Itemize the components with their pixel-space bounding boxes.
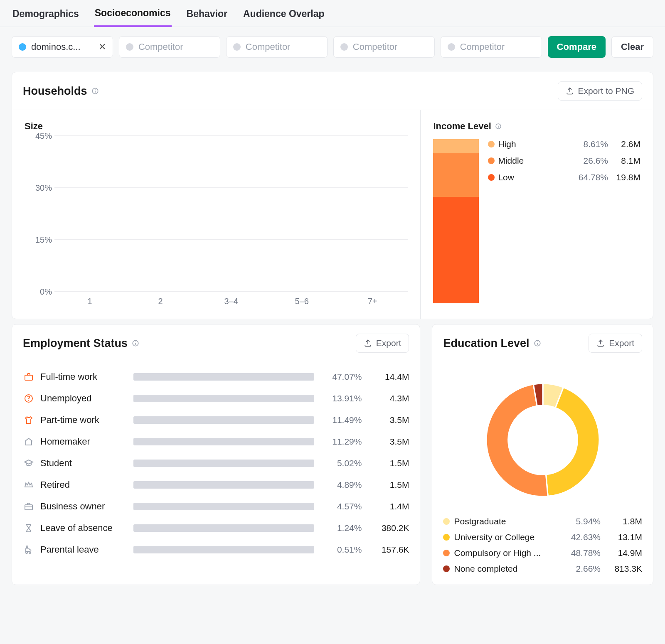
svg-point-11: [28, 400, 29, 401]
chip-color-dot: [19, 43, 26, 51]
employment-bar[interactable]: [133, 503, 314, 510]
x-tick: 3–4: [196, 297, 266, 306]
employment-pct: 5.02%: [320, 458, 362, 468]
employment-bar[interactable]: [133, 438, 314, 445]
chip-color-dot: [340, 43, 348, 51]
employment-name: Parental leave: [40, 544, 128, 555]
competitor-chip-placeholder[interactable]: Competitor: [333, 36, 435, 58]
employment-bar[interactable]: [133, 524, 314, 532]
export-png-button[interactable]: Export to PNG: [558, 81, 642, 101]
income-segment-low[interactable]: [433, 197, 479, 303]
competitor-chip-primary[interactable]: dominos.c... ✕: [12, 36, 113, 58]
svg-point-14: [26, 552, 27, 553]
info-icon[interactable]: [91, 87, 99, 95]
tab-demographics[interactable]: Demographics: [12, 7, 80, 27]
legend-val: 813.3K: [605, 564, 642, 574]
svg-rect-9: [25, 375, 32, 380]
education-title: Education Level: [443, 337, 541, 350]
compare-button[interactable]: Compare: [548, 36, 606, 58]
legend-val: 19.8M: [611, 172, 640, 182]
x-tick: 7+: [337, 297, 408, 306]
employment-val: 1.5M: [367, 480, 409, 490]
households-title: Households: [23, 85, 99, 98]
legend-name: University or College: [454, 532, 555, 542]
employment-val: 157.6K: [367, 545, 409, 555]
income-legend: High 8.61% 2.6M Middle 26.6% 8.1M Low 64…: [488, 139, 640, 303]
export-button[interactable]: Export: [356, 334, 409, 353]
tab-audience-overlap[interactable]: Audience Overlap: [242, 7, 325, 27]
baby-icon: [23, 544, 34, 556]
chip-placeholder-label: Competitor: [138, 42, 183, 52]
income-title-text: Income Level: [433, 121, 491, 132]
export-label: Export: [609, 338, 634, 348]
employment-pct: 4.89%: [320, 480, 362, 490]
legend-row: Compulsory or High ... 48.78% 14.9M: [443, 548, 642, 558]
tshirt-icon: [23, 414, 34, 426]
chip-label: dominos.c...: [31, 42, 81, 52]
income-stacked-bar[interactable]: [433, 139, 479, 303]
close-icon[interactable]: ✕: [99, 42, 106, 52]
employment-panel: Employment Status Export Full-time work …: [12, 324, 420, 585]
households-panel: Households Export to PNG Size 0%15%30%45…: [12, 72, 653, 319]
tab-socioeconomics[interactable]: Socioeconomics: [94, 7, 172, 27]
education-panel: Education Level Export Postgraduate 5.94…: [432, 324, 653, 585]
employment-row: Unemployed 13.91% 4.3M: [23, 388, 409, 409]
legend-row: Middle 26.6% 8.1M: [488, 156, 640, 166]
legend-val: 8.1M: [611, 156, 640, 166]
employment-row: Business owner 4.57% 1.4M: [23, 496, 409, 517]
employment-name: Homemaker: [40, 436, 128, 447]
legend-name: Low: [498, 172, 567, 182]
competitor-chip-placeholder[interactable]: Competitor: [441, 36, 542, 58]
info-icon[interactable]: [495, 123, 502, 130]
y-tick: 30%: [35, 183, 52, 193]
info-icon[interactable]: [534, 339, 541, 347]
export-label: Export: [376, 338, 401, 348]
legend-pct: 64.78%: [571, 172, 608, 182]
home-icon: [23, 436, 34, 447]
size-bar-chart[interactable]: 0%15%30%45% 123–45–67+: [25, 136, 408, 306]
employment-bar[interactable]: [133, 460, 314, 467]
income-segment-middle[interactable]: [433, 153, 479, 197]
employment-val: 3.5M: [367, 437, 409, 447]
households-header: Households Export to PNG: [12, 72, 653, 110]
legend-val: 2.6M: [611, 139, 640, 149]
employment-bar[interactable]: [133, 481, 314, 489]
chip-placeholder-label: Competitor: [353, 42, 398, 52]
legend-swatch: [443, 534, 450, 541]
employment-name: Full-time work: [40, 371, 128, 382]
employment-row: Full-time work 47.07% 14.4M: [23, 366, 409, 388]
gradcap-icon: [23, 457, 34, 469]
education-donut-chart[interactable]: [476, 374, 609, 506]
chip-color-dot: [126, 43, 133, 51]
legend-swatch: [443, 518, 450, 525]
briefcase2-icon: [23, 501, 34, 512]
x-tick: 5–6: [266, 297, 337, 306]
employment-name: Business owner: [40, 501, 128, 512]
employment-bar[interactable]: [133, 416, 314, 424]
employment-row: Retired 4.89% 1.5M: [23, 474, 409, 496]
employment-row: Part-time work 11.49% 3.5M: [23, 409, 409, 431]
competitor-chip-placeholder[interactable]: Competitor: [119, 36, 220, 58]
employment-pct: 4.57%: [320, 501, 362, 511]
employment-name: Student: [40, 458, 128, 469]
tab-bar: DemographicsSocioeconomicsBehaviorAudien…: [0, 0, 665, 27]
tab-behavior[interactable]: Behavior: [186, 7, 228, 27]
legend-pct: 5.94%: [559, 516, 601, 526]
income-subhead: Income Level: [433, 121, 640, 132]
employment-pct: 0.51%: [320, 545, 362, 555]
employment-bar[interactable]: [133, 395, 314, 402]
svg-point-2: [95, 89, 96, 90]
legend-pct: 48.78%: [559, 548, 601, 558]
size-subhead: Size: [25, 121, 408, 132]
clear-button[interactable]: Clear: [611, 36, 653, 58]
income-segment-high[interactable]: [433, 139, 479, 153]
employment-pct: 11.29%: [320, 437, 362, 447]
chip-color-dot: [233, 43, 241, 51]
svg-point-5: [498, 125, 498, 125]
competitor-chip-placeholder[interactable]: Competitor: [226, 36, 328, 58]
export-button[interactable]: Export: [589, 334, 642, 353]
employment-bar[interactable]: [133, 373, 314, 381]
info-icon[interactable]: [132, 339, 139, 347]
chip-placeholder-label: Competitor: [460, 42, 505, 52]
employment-bar[interactable]: [133, 546, 314, 553]
